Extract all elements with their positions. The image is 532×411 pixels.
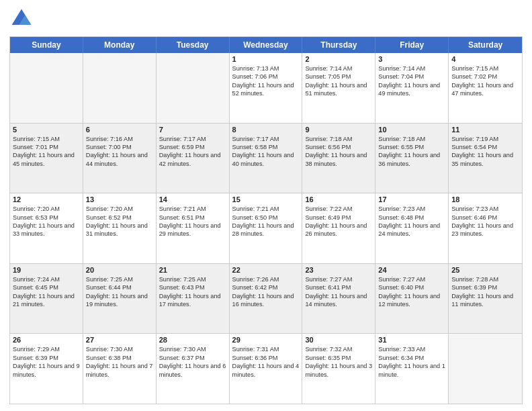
sunset-line: Sunset: 6:35 PM [305, 354, 372, 362]
sunrise-line: Sunrise: 7:33 AM [378, 345, 445, 353]
day-number: 9 [305, 126, 372, 134]
day-header-wednesday: Wednesday [230, 37, 303, 53]
cal-cell-11: 11 Sunrise: 7:19 AM Sunset: 6:54 PM Dayl… [449, 124, 522, 193]
sunset-line: Sunset: 6:49 PM [305, 214, 372, 222]
calendar-row-1: 5 Sunrise: 7:15 AM Sunset: 7:01 PM Dayli… [10, 123, 522, 193]
daylight-line: Daylight: 11 hours and 24 minutes. [378, 222, 445, 238]
cal-cell-8: 8 Sunrise: 7:17 AM Sunset: 6:58 PM Dayli… [230, 124, 303, 193]
sunrise-line: Sunrise: 7:25 AM [86, 275, 153, 283]
sunset-line: Sunset: 7:01 PM [13, 143, 80, 151]
daylight-line: Daylight: 11 hours and 49 minutes. [378, 81, 445, 98]
sunrise-line: Sunrise: 7:27 AM [305, 275, 372, 283]
sunset-line: Sunset: 7:00 PM [86, 143, 153, 151]
day-header-monday: Monday [83, 37, 157, 53]
sunset-line: Sunset: 6:40 PM [378, 283, 445, 291]
cal-cell-13: 13 Sunrise: 7:20 AM Sunset: 6:52 PM Dayl… [83, 193, 157, 263]
sunset-line: Sunset: 6:45 PM [13, 283, 80, 291]
sunset-line: Sunset: 6:39 PM [13, 354, 80, 362]
calendar-body: 1 Sunrise: 7:13 AM Sunset: 7:06 PM Dayli… [10, 53, 522, 404]
daylight-line: Daylight: 11 hours and 38 minutes. [305, 151, 372, 168]
daylight-line: Daylight: 11 hours and 28 minutes. [232, 222, 300, 238]
daylight-line: Daylight: 11 hours and 45 minutes. [13, 151, 80, 168]
day-number: 30 [305, 336, 372, 344]
cal-cell-4: 4 Sunrise: 7:15 AM Sunset: 7:02 PM Dayli… [449, 53, 522, 123]
day-number: 19 [13, 266, 80, 274]
sunrise-line: Sunrise: 7:20 AM [13, 205, 80, 213]
day-number: 12 [13, 195, 80, 203]
sunrise-line: Sunrise: 7:30 AM [86, 345, 153, 353]
sunrise-line: Sunrise: 7:14 AM [305, 64, 372, 73]
page: SundayMondayTuesdayWednesdayThursdayFrid… [0, 0, 532, 411]
daylight-line: Daylight: 11 hours and 42 minutes. [159, 151, 226, 168]
sunrise-line: Sunrise: 7:14 AM [378, 64, 445, 73]
daylight-line: Daylight: 11 hours and 16 minutes. [232, 292, 300, 309]
daylight-line: Daylight: 11 hours and 47 minutes. [451, 81, 519, 98]
day-number: 11 [451, 126, 519, 134]
cal-cell-23: 23 Sunrise: 7:27 AM Sunset: 6:41 PM Dayl… [302, 264, 375, 334]
daylight-line: Daylight: 11 hours and 19 minutes. [86, 292, 153, 309]
day-number: 2 [305, 55, 372, 63]
sunrise-line: Sunrise: 7:18 AM [378, 135, 445, 143]
daylight-line: Daylight: 11 hours and 23 minutes. [451, 222, 519, 238]
sunset-line: Sunset: 6:38 PM [86, 354, 153, 362]
sunrise-line: Sunrise: 7:18 AM [305, 135, 372, 143]
daylight-line: Daylight: 11 hours and 33 minutes. [13, 222, 80, 238]
cal-cell-28: 28 Sunrise: 7:30 AM Sunset: 6:37 PM Dayl… [157, 334, 230, 404]
cal-cell-27: 27 Sunrise: 7:30 AM Sunset: 6:38 PM Dayl… [83, 334, 157, 404]
cal-cell-empty [157, 53, 230, 123]
sunrise-line: Sunrise: 7:25 AM [159, 275, 226, 283]
day-header-saturday: Saturday [449, 37, 522, 53]
cal-cell-17: 17 Sunrise: 7:23 AM Sunset: 6:48 PM Dayl… [375, 193, 449, 263]
day-number: 14 [159, 195, 226, 203]
sunset-line: Sunset: 6:50 PM [232, 214, 300, 222]
sunrise-line: Sunrise: 7:20 AM [86, 205, 153, 213]
day-number: 22 [232, 266, 300, 274]
sunrise-line: Sunrise: 7:32 AM [305, 345, 372, 353]
cal-cell-10: 10 Sunrise: 7:18 AM Sunset: 6:55 PM Dayl… [375, 124, 449, 193]
calendar-header: SundayMondayTuesdayWednesdayThursdayFrid… [10, 37, 522, 53]
daylight-line: Daylight: 11 hours and 44 minutes. [86, 151, 153, 168]
daylight-line: Daylight: 11 hours and 4 minutes. [232, 362, 300, 379]
day-number: 8 [232, 126, 300, 134]
sunrise-line: Sunrise: 7:26 AM [232, 275, 300, 283]
day-number: 21 [159, 266, 226, 274]
sunrise-line: Sunrise: 7:13 AM [232, 64, 300, 73]
cal-cell-6: 6 Sunrise: 7:16 AM Sunset: 7:00 PM Dayli… [83, 124, 157, 193]
day-number: 10 [378, 126, 445, 134]
sunset-line: Sunset: 6:48 PM [378, 214, 445, 222]
daylight-line: Daylight: 11 hours and 11 minutes. [451, 292, 519, 309]
daylight-line: Daylight: 11 hours and 35 minutes. [451, 151, 519, 168]
day-number: 25 [451, 266, 519, 274]
cal-cell-31: 31 Sunrise: 7:33 AM Sunset: 6:34 PM Dayl… [375, 334, 449, 404]
sunrise-line: Sunrise: 7:15 AM [13, 135, 80, 143]
day-number: 29 [232, 336, 300, 344]
calendar-row-4: 26 Sunrise: 7:29 AM Sunset: 6:39 PM Dayl… [10, 333, 522, 404]
sunset-line: Sunset: 7:05 PM [305, 73, 372, 81]
sunset-line: Sunset: 6:43 PM [159, 283, 226, 291]
day-number: 18 [451, 195, 519, 203]
sunset-line: Sunset: 6:42 PM [232, 283, 300, 291]
cal-cell-7: 7 Sunrise: 7:17 AM Sunset: 6:59 PM Dayli… [157, 124, 230, 193]
day-header-tuesday: Tuesday [157, 37, 230, 53]
daylight-line: Daylight: 11 hours and 29 minutes. [159, 222, 226, 238]
day-header-sunday: Sunday [10, 37, 83, 53]
cal-cell-25: 25 Sunrise: 7:28 AM Sunset: 6:39 PM Dayl… [449, 264, 522, 334]
sunrise-line: Sunrise: 7:30 AM [159, 345, 226, 353]
daylight-line: Daylight: 11 hours and 40 minutes. [232, 151, 300, 168]
sunset-line: Sunset: 6:54 PM [451, 143, 519, 151]
cal-cell-24: 24 Sunrise: 7:27 AM Sunset: 6:40 PM Dayl… [375, 264, 449, 334]
cal-cell-16: 16 Sunrise: 7:22 AM Sunset: 6:49 PM Dayl… [302, 193, 375, 263]
sunset-line: Sunset: 6:58 PM [232, 143, 300, 151]
sunset-line: Sunset: 6:44 PM [86, 283, 153, 291]
daylight-line: Daylight: 11 hours and 6 minutes. [159, 362, 226, 379]
daylight-line: Daylight: 11 hours and 17 minutes. [159, 292, 226, 309]
sunrise-line: Sunrise: 7:27 AM [378, 275, 445, 283]
cal-cell-2: 2 Sunrise: 7:14 AM Sunset: 7:05 PM Dayli… [302, 53, 375, 123]
logo [9, 7, 36, 31]
sunset-line: Sunset: 6:56 PM [305, 143, 372, 151]
calendar-row-2: 12 Sunrise: 7:20 AM Sunset: 6:53 PM Dayl… [10, 193, 522, 263]
daylight-line: Daylight: 11 hours and 21 minutes. [13, 292, 80, 309]
sunset-line: Sunset: 6:41 PM [305, 283, 372, 291]
cal-cell-12: 12 Sunrise: 7:20 AM Sunset: 6:53 PM Dayl… [10, 193, 83, 263]
daylight-line: Daylight: 11 hours and 36 minutes. [378, 151, 445, 168]
